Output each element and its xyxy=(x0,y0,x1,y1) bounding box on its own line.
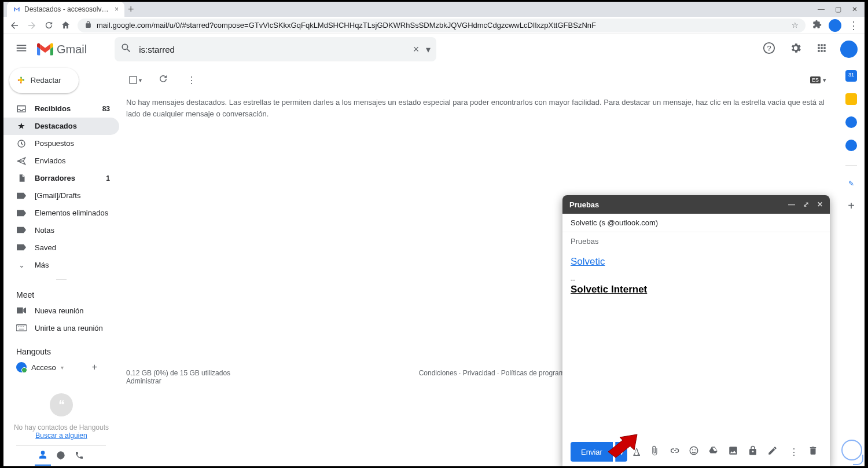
compose-to-field[interactable]: Solvetic (s @outlook.com) xyxy=(562,214,830,232)
contacts-addon-icon[interactable] xyxy=(845,140,857,151)
svg-point-6 xyxy=(694,449,696,451)
send-options-dropdown[interactable]: ▾ xyxy=(615,442,628,462)
compose-fullscreen-icon[interactable]: ⤢ xyxy=(803,200,809,209)
tasks-addon-icon[interactable] xyxy=(845,116,857,128)
search-clear-icon[interactable]: × xyxy=(413,43,420,56)
hangouts-empty-state: ❝ No hay contactos de Hangouts Buscar a … xyxy=(3,376,119,445)
new-tab-button[interactable]: + xyxy=(128,3,134,16)
hangouts-user-row[interactable]: Acceso ▾ + xyxy=(3,359,119,376)
calendar-addon-icon[interactable] xyxy=(845,70,857,82)
support-icon[interactable]: ? xyxy=(758,37,780,61)
hangouts-find-link[interactable]: Buscar a alguien xyxy=(9,432,113,440)
lock-icon xyxy=(84,21,92,30)
chrome-menu-icon[interactable]: ⋮ xyxy=(848,19,859,32)
compose-button[interactable]: + Redactar xyxy=(9,68,79,93)
sidebar-item-gmail-drafts[interactable]: [Gmail]/Drafts xyxy=(3,187,119,204)
insert-emoji-icon[interactable] xyxy=(685,442,703,462)
apps-grid-icon[interactable] xyxy=(811,38,832,61)
sidebar-item-deleted[interactable]: Elementos eliminados xyxy=(3,204,119,222)
main-menu-icon[interactable] xyxy=(10,37,32,61)
url-text: mail.google.com/mail/u/0/#starred?compos… xyxy=(97,21,787,30)
footer-tab-contacts[interactable] xyxy=(35,447,51,466)
window-maximize-icon[interactable]: ▢ xyxy=(835,5,841,13)
keep-addon-icon[interactable] xyxy=(845,93,857,105)
back-button[interactable] xyxy=(9,20,20,31)
compose-title: Pruebas xyxy=(569,200,599,209)
tab-close-icon[interactable]: × xyxy=(115,5,119,13)
inbox-icon xyxy=(16,104,27,114)
window-close-icon[interactable]: ✕ xyxy=(852,5,858,13)
attach-file-icon[interactable] xyxy=(646,442,663,462)
compose-subject-field[interactable]: Pruebas xyxy=(562,232,830,250)
signature-separator: -- xyxy=(571,276,822,284)
home-button[interactable] xyxy=(61,20,71,30)
compose-label: Redactar xyxy=(31,76,61,85)
add-contact-icon[interactable]: + xyxy=(92,362,97,372)
user-dropdown-icon: ▾ xyxy=(61,364,64,371)
reload-button[interactable] xyxy=(44,20,54,30)
extensions-icon[interactable] xyxy=(812,20,822,31)
sidebar-item-saved[interactable]: Saved xyxy=(3,239,119,256)
select-all-checkbox[interactable]: ▾ xyxy=(126,73,144,87)
browser-tab-strip: Destacados - accesosolvetic1@g × + — ▢ ✕ xyxy=(3,2,865,17)
sidebar-item-sent[interactable]: Enviados xyxy=(3,152,119,170)
formatting-icon[interactable]: A xyxy=(630,443,643,460)
chevron-down-icon: ⌄ xyxy=(16,261,27,269)
search-box[interactable]: × ▾ xyxy=(115,37,436,61)
privacy-link[interactable]: Privacidad xyxy=(463,369,495,377)
label-icon xyxy=(16,210,27,217)
sidebar-item-starred[interactable]: ★Destacados xyxy=(3,118,119,135)
url-field[interactable]: mail.google.com/mail/u/0/#starred?compos… xyxy=(78,19,806,32)
meet-join-meeting[interactable]: Unirte a una reunión xyxy=(3,319,119,337)
compose-header[interactable]: Pruebas — ⤢ ✕ xyxy=(562,195,830,214)
sidebar-item-notes[interactable]: Notas xyxy=(3,221,119,239)
compose-body-link[interactable]: Solvetic xyxy=(571,256,605,267)
rail-pencil-icon[interactable]: ✎ xyxy=(847,180,855,188)
insert-photo-icon[interactable] xyxy=(724,442,742,462)
search-options-icon[interactable]: ▾ xyxy=(426,44,431,55)
footer-tab-phone[interactable] xyxy=(71,447,87,465)
sidebar: + Redactar Recibidos83 ★Destacados Pospu… xyxy=(3,64,119,466)
sidebar-footer-tabs xyxy=(16,445,106,466)
insert-signature-icon[interactable] xyxy=(764,442,781,462)
gmail-logo[interactable]: Gmail xyxy=(37,43,110,56)
sidebar-item-snoozed[interactable]: Pospuestos xyxy=(3,135,119,152)
sidebar-item-inbox[interactable]: Recibidos83 xyxy=(3,100,119,118)
settings-gear-icon[interactable] xyxy=(785,37,807,61)
gmail-favicon xyxy=(13,5,21,13)
bookmark-star-icon[interactable]: ☆ xyxy=(792,21,799,30)
terms-link[interactable]: Condiciones xyxy=(419,369,457,377)
browser-tab-active[interactable]: Destacados - accesosolvetic1@g × xyxy=(7,2,124,17)
discard-draft-icon[interactable] xyxy=(804,442,822,462)
browser-address-bar: mail.google.com/mail/u/0/#starred?compos… xyxy=(3,17,865,34)
compose-minimize-icon[interactable]: — xyxy=(788,200,795,209)
search-input[interactable] xyxy=(139,45,406,54)
window-minimize-icon[interactable]: — xyxy=(818,5,825,13)
rail-divider xyxy=(845,165,857,166)
compose-window: Pruebas — ⤢ ✕ Solvetic (s @outlook.com) … xyxy=(562,195,830,466)
profile-avatar-chrome[interactable] xyxy=(829,19,841,32)
empty-starred-message: No hay mensajes destacados. Las estrella… xyxy=(126,92,826,124)
footer-tab-hangouts[interactable] xyxy=(53,447,69,465)
get-addons-icon[interactable]: + xyxy=(848,199,855,213)
forward-button[interactable] xyxy=(27,20,37,31)
insert-drive-icon[interactable] xyxy=(705,442,722,462)
more-options-icon[interactable]: ⋮ xyxy=(786,443,802,461)
program-policies-link[interactable]: Políticas de programa xyxy=(501,369,569,377)
sidebar-item-more[interactable]: ⌄Más xyxy=(3,256,119,273)
sidebar-item-drafts[interactable]: Borradores1 xyxy=(3,170,119,187)
gmail-logo-text: Gmail xyxy=(57,43,87,56)
refresh-icon[interactable] xyxy=(153,69,173,91)
more-actions-icon[interactable]: ⋮ xyxy=(182,70,201,90)
confidential-mode-icon[interactable] xyxy=(744,442,762,462)
clock-icon xyxy=(16,139,27,148)
meet-new-meeting[interactable]: Nueva reunión xyxy=(3,302,119,319)
insert-link-icon[interactable] xyxy=(665,442,683,462)
send-button[interactable]: Enviar xyxy=(571,442,613,462)
compose-body[interactable]: Solvetic -- Solvetic Internet xyxy=(562,250,830,437)
account-avatar[interactable] xyxy=(840,41,858,58)
search-icon[interactable] xyxy=(120,42,132,56)
compose-close-icon[interactable]: ✕ xyxy=(817,200,823,209)
manage-storage-link[interactable]: Administrar xyxy=(126,377,230,385)
input-method-toggle[interactable]: ES ▾ xyxy=(810,76,826,84)
